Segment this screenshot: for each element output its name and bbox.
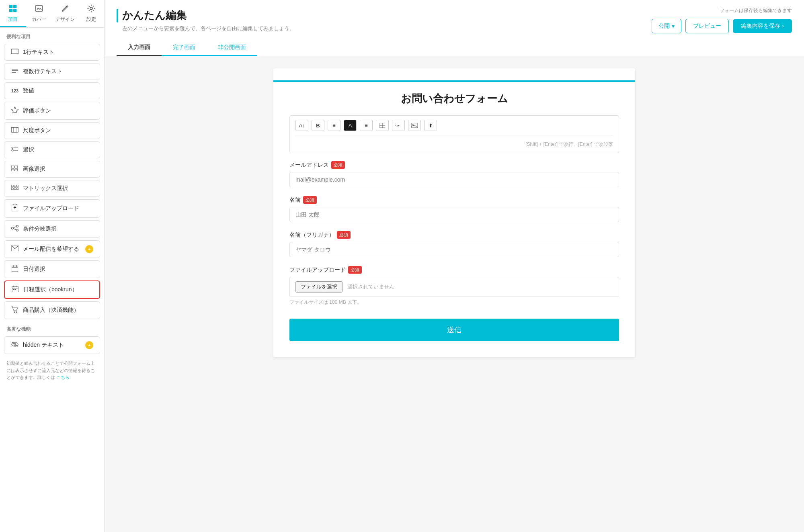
number-icon: 123	[11, 88, 19, 93]
sidebar-item-single-text[interactable]: 1行テキスト	[4, 44, 100, 61]
sidebar-item-mail-opt[interactable]: メール配信を希望する +	[4, 240, 100, 258]
toolbar-btn-link[interactable]	[392, 120, 405, 131]
svg-point-47	[14, 311, 15, 313]
sidebar-item-purchase[interactable]: 商品購入（決済機能）	[4, 301, 100, 319]
tab-private[interactable]: 非公開画面	[207, 40, 257, 56]
toolbar-btn-align[interactable]: ≡	[360, 120, 373, 131]
chevron-down-icon: ▾	[672, 23, 675, 29]
field-group-name: 名前 必須	[289, 196, 619, 222]
sidebar: 項目 カバー デザイン 設定 便利な項目 1行テキスト	[0, 0, 105, 532]
sidebar-item-scale[interactable]: 尺度ボタン	[4, 122, 100, 139]
svg-rect-24	[17, 185, 18, 187]
submit-button[interactable]: 送信	[289, 319, 619, 341]
svg-point-31	[12, 227, 14, 229]
image-select-icon	[11, 166, 19, 173]
rich-text-toolbar: A↑ B ≡ A ≡ ⬆ [Shift] + [Ente	[289, 115, 619, 153]
field-group-name-kana: 名前（フリガナ） 必須	[289, 231, 619, 257]
matrix-icon	[11, 185, 19, 192]
svg-rect-46	[15, 289, 16, 290]
sidebar-item-file-upload[interactable]: ファイルアップロード	[4, 199, 100, 218]
svg-rect-23	[14, 185, 16, 187]
sidebar-item-label: ファイルアップロード	[23, 205, 79, 212]
file-name-display: 選択されていません	[347, 283, 394, 291]
main-content: かんたん編集 左のメニューから要素を選んで、各ページを自由に編集してみましょう。…	[105, 0, 804, 532]
file-size-hint: ファイルサイズは 100 MB 以下。	[289, 299, 619, 306]
svg-rect-21	[15, 169, 18, 171]
svg-rect-18	[11, 166, 14, 168]
nav-item-cover[interactable]: カバー	[26, 0, 52, 27]
email-input[interactable]	[289, 172, 619, 187]
file-upload-area: ファイルを選択 選択されていません	[289, 277, 619, 297]
sidebar-item-matrix[interactable]: マトリックス選択	[4, 180, 100, 197]
sidebar-top-nav: 項目 カバー デザイン 設定	[0, 0, 104, 28]
public-button[interactable]: 公開 ▾	[652, 19, 681, 33]
toolbar-btn-table[interactable]	[376, 120, 389, 131]
sidebar-item-rating[interactable]: 評価ボタン	[4, 102, 100, 120]
svg-rect-6	[11, 49, 18, 54]
field-label-email: メールアドレス 必須	[289, 161, 619, 169]
save-button[interactable]: 編集内容を保存 ›	[733, 19, 792, 33]
nav-label-items: 項目	[8, 16, 18, 23]
sidebar-item-label: 選択	[23, 146, 34, 153]
svg-point-48	[16, 311, 17, 313]
mail-icon	[11, 246, 19, 253]
svg-rect-11	[11, 127, 18, 132]
preview-button[interactable]: プレビュー	[685, 19, 729, 33]
cover-icon	[35, 4, 43, 15]
toolbar-btn-list[interactable]: ≡	[328, 120, 340, 131]
sidebar-bottom-text: 初期値と組み合わせることで公開フォーム上には表示させずに流入元などの情報を得るこ…	[0, 355, 104, 386]
nav-label-settings: 設定	[86, 16, 96, 23]
required-badge-name-kana: 必須	[337, 231, 351, 239]
file-choose-button[interactable]: ファイルを選択	[295, 281, 343, 293]
calendar-icon	[11, 265, 19, 273]
sidebar-item-hidden-text[interactable]: hidden テキスト +	[4, 336, 100, 354]
sidebar-item-image-select[interactable]: 画像選択	[4, 161, 100, 178]
svg-rect-26	[14, 188, 16, 190]
nav-item-settings[interactable]: 設定	[78, 0, 104, 27]
nav-item-items[interactable]: 項目	[0, 0, 26, 27]
sidebar-bottom-link[interactable]: こちら	[56, 375, 70, 380]
name-kana-input[interactable]	[289, 242, 619, 257]
conditional-icon	[11, 225, 19, 233]
sidebar-item-label: 画像選択	[23, 166, 45, 173]
tab-complete[interactable]: 完了画面	[162, 40, 207, 56]
title-accent-bar	[117, 9, 118, 23]
field-group-email: メールアドレス 必須	[289, 161, 619, 187]
tab-input[interactable]: 入力画面	[117, 40, 162, 56]
svg-rect-45	[13, 289, 14, 290]
toolbar-btn-color[interactable]: A	[344, 120, 357, 131]
design-icon	[61, 4, 70, 15]
sidebar-item-label: 数値	[23, 87, 34, 94]
svg-point-14	[12, 147, 13, 149]
schedule-icon	[11, 286, 19, 294]
svg-rect-2	[9, 9, 12, 12]
page-tabs: 入力画面 完了画面 非公開画面	[117, 40, 792, 56]
field-label-name-kana: 名前（フリガナ） 必須	[289, 231, 619, 239]
sidebar-item-label: 複数行テキスト	[23, 68, 62, 75]
sidebar-item-schedule[interactable]: 日程選択（bookrun）	[4, 280, 100, 299]
svg-line-34	[14, 227, 16, 228]
svg-rect-3	[13, 9, 16, 12]
svg-rect-0	[9, 5, 12, 8]
nav-label-design: デザイン	[55, 16, 75, 23]
sidebar-item-date[interactable]: 日付選択	[4, 260, 100, 278]
main-header-top: かんたん編集 左のメニューから要素を選んで、各ページを自由に編集してみましょう。…	[117, 7, 792, 33]
toolbar-btn-upload[interactable]: ⬆	[424, 120, 437, 131]
sidebar-item-select[interactable]: 選択	[4, 141, 100, 158]
header-note: フォームは保存後も編集できます	[720, 7, 792, 14]
toolbar-btn-font-size[interactable]: A↑	[295, 120, 308, 131]
sidebar-item-label: 商品購入（決済機能）	[23, 307, 79, 314]
nav-item-design[interactable]: デザイン	[52, 0, 78, 27]
scale-icon	[11, 127, 19, 134]
field-group-file: ファイルアップロード 必須 ファイルを選択 選択されていません ファイルサイズは…	[289, 266, 619, 306]
sidebar-item-multi-text[interactable]: 複数行テキスト	[4, 63, 100, 80]
toolbar-btn-bold[interactable]: B	[312, 120, 324, 131]
sidebar-item-label: マトリックス選択	[23, 185, 68, 192]
mail-badge: +	[85, 245, 93, 253]
hidden-text-icon	[11, 342, 19, 349]
sidebar-item-number[interactable]: 123 数値	[4, 82, 100, 99]
sidebar-item-conditional[interactable]: 条件分岐選択	[4, 220, 100, 238]
required-badge-file: 必須	[348, 266, 362, 274]
name-input[interactable]	[289, 207, 619, 222]
toolbar-btn-image[interactable]	[408, 120, 421, 131]
